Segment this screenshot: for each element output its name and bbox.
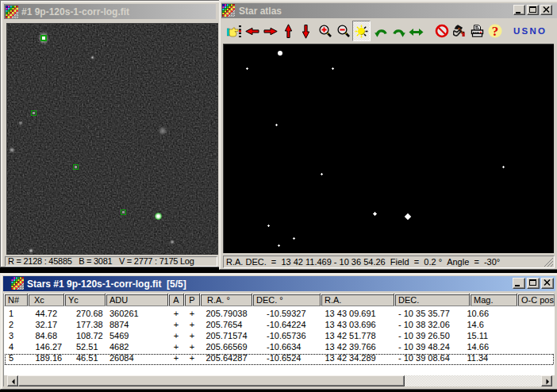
svg-text:?: ?	[492, 24, 499, 38]
